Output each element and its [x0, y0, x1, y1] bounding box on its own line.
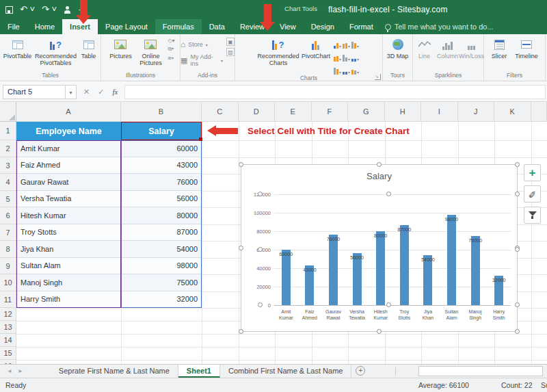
- row-header-9[interactable]: 9: [0, 258, 16, 275]
- table-cell-salary[interactable]: 56000: [121, 191, 202, 208]
- table-cell-name[interactable]: Manoj Singh: [16, 274, 121, 291]
- ribbon-button-online-pictures[interactable]: Online Pictures: [135, 36, 165, 68]
- plot-area-handle[interactable]: [515, 247, 520, 252]
- chart-type-icon[interactable]: ▾: [343, 38, 350, 49]
- sheet-tab-sheet1[interactable]: Sheet1: [178, 365, 220, 378]
- row-header-13[interactable]: 13: [0, 321, 16, 334]
- column-header-D[interactable]: D: [239, 102, 276, 122]
- ribbon-button-pictures[interactable]: Pictures: [106, 36, 135, 61]
- table-cell-name[interactable]: Hitesh Kumar: [16, 207, 121, 224]
- row-header-10[interactable]: 10: [0, 274, 16, 291]
- scrollbar-thumb[interactable]: [418, 366, 543, 376]
- plot-area-handle[interactable]: [386, 302, 391, 307]
- ribbon-button-timeline[interactable]: Timeline: [511, 36, 542, 61]
- chart-selection-handle[interactable]: [515, 329, 520, 334]
- name-box-dropdown-icon[interactable]: ▼: [66, 85, 77, 99]
- chart-type-icon[interactable]: ▾: [334, 51, 341, 62]
- chart-bar[interactable]: [447, 215, 456, 305]
- plot-area-handle[interactable]: [258, 302, 263, 307]
- chart-type-icon[interactable]: ▾: [334, 64, 341, 75]
- row-header-2[interactable]: 2: [0, 140, 16, 157]
- screenshot-icon[interactable]: ⧈▾: [168, 55, 174, 62]
- plot-area-handle[interactable]: [515, 192, 520, 196]
- column-header-F[interactable]: F: [312, 102, 349, 122]
- chart-type-icon[interactable]: ▾: [351, 64, 359, 75]
- chart-bar[interactable]: [471, 236, 480, 305]
- ribbon-button-column[interactable]: Column: [436, 36, 460, 61]
- chart-type-icon[interactable]: ▾: [343, 51, 350, 62]
- chart-type-icon[interactable]: ▾: [334, 38, 341, 49]
- column-header-K[interactable]: K: [494, 102, 531, 122]
- table-cell-name[interactable]: Harry Smith: [16, 291, 121, 309]
- row-header-8[interactable]: 8: [0, 241, 16, 258]
- chart-type-icon[interactable]: ▾: [343, 64, 350, 75]
- table-cell-salary[interactable]: 76000: [121, 174, 202, 191]
- column-header-C[interactable]: C: [202, 102, 239, 122]
- chart-type-icon[interactable]: ▾: [351, 38, 359, 49]
- table-cell-salary[interactable]: 80000: [121, 207, 202, 224]
- chart-selection-handle[interactable]: [239, 162, 243, 167]
- save-icon[interactable]: [5, 6, 13, 14]
- user-icon[interactable]: [64, 6, 71, 14]
- plot-area-handle[interactable]: [258, 192, 263, 196]
- sheet-tab-combind-first-name-last-name[interactable]: Combind First Name & Last Name: [220, 365, 352, 378]
- shapes-icon[interactable]: ◇▾: [168, 38, 174, 44]
- addin-extra-icon[interactable]: ▣: [226, 38, 235, 46]
- tab-design[interactable]: Design: [304, 19, 342, 34]
- ribbon-button-3d-map[interactable]: 3D Map: [386, 36, 410, 61]
- ribbon-button-pivotchart[interactable]: PivotChart: [300, 36, 332, 61]
- table-cell-name[interactable]: Troy Stotts: [16, 224, 121, 241]
- chart-bar[interactable]: [376, 231, 385, 305]
- cancel-icon[interactable]: ✕: [83, 88, 90, 96]
- row-header-15[interactable]: 15: [0, 347, 16, 360]
- ribbon-button-slicer[interactable]: Slicer: [488, 36, 511, 61]
- chart-bar[interactable]: [329, 235, 338, 305]
- ribbon-button-win-loss[interactable]: Win/Loss: [461, 36, 483, 61]
- tab-formulas[interactable]: Formulas: [155, 19, 202, 34]
- chart-filters-button[interactable]: [524, 207, 541, 224]
- tab-view[interactable]: View: [272, 19, 304, 34]
- tab-page-layout[interactable]: Page Layout: [98, 19, 155, 34]
- chart-selection-handle[interactable]: [239, 246, 243, 250]
- column-header-E[interactable]: E: [275, 102, 312, 122]
- ribbon-button-my-add-ins[interactable]: ▦My Add-ins▾: [181, 53, 223, 67]
- chart-selection-handle[interactable]: [515, 162, 520, 167]
- tab-format[interactable]: Format: [342, 19, 381, 34]
- chart-selection-handle[interactable]: [377, 162, 382, 167]
- column-header-J[interactable]: J: [458, 102, 495, 122]
- row-header-7[interactable]: 7: [0, 224, 16, 241]
- table-cell-name[interactable]: Faiz Ahmed: [16, 157, 121, 174]
- tab-home[interactable]: Home: [27, 19, 62, 34]
- select-all-corner[interactable]: [0, 102, 16, 122]
- table-cell-salary[interactable]: 43000: [121, 157, 202, 174]
- chart-bar[interactable]: [353, 253, 362, 305]
- table-cell-name[interactable]: Amit Kumar: [16, 140, 121, 157]
- salary-chart[interactable]: Salary0200004000060000800001000001200006…: [241, 164, 518, 332]
- new-sheet-button[interactable]: +: [356, 366, 365, 376]
- table-cell-name[interactable]: Versha Tewatia: [16, 191, 121, 208]
- row-header-11[interactable]: 11: [0, 291, 16, 309]
- table-cell-name[interactable]: Gaurav Rawat: [16, 174, 121, 191]
- undo-icon[interactable]: ↶ ˅: [20, 3, 35, 16]
- table-header-salary[interactable]: Salary: [121, 122, 202, 140]
- table-cell-name[interactable]: Sultan Alam: [16, 258, 121, 275]
- chart-selection-handle[interactable]: [239, 329, 243, 334]
- formula-input[interactable]: [124, 85, 546, 99]
- ribbon-button-recommended-charts[interactable]: ?Recommended Charts: [257, 36, 299, 68]
- tab-data[interactable]: Data: [202, 19, 232, 34]
- column-header-H[interactable]: H: [385, 102, 422, 122]
- column-header-G[interactable]: G: [348, 102, 385, 122]
- row-header-4[interactable]: 4: [0, 174, 16, 191]
- table-cell-salary[interactable]: 87000: [121, 224, 202, 241]
- smartart-icon[interactable]: ⧉▾: [168, 46, 174, 53]
- ribbon-button-store[interactable]: ⌂Store▾: [181, 38, 223, 51]
- chart-bar[interactable]: [400, 225, 409, 305]
- column-header-B[interactable]: B: [121, 102, 202, 122]
- chart-styles-button[interactable]: ✎: [524, 185, 541, 202]
- plot-area-handle[interactable]: [258, 247, 263, 252]
- ribbon-button-line[interactable]: Line: [414, 36, 435, 61]
- row-header-3[interactable]: 3: [0, 157, 16, 174]
- row-header-5[interactable]: 5: [0, 191, 16, 208]
- sheet-tab-seprate-first-name-last-name[interactable]: Seprate First Name & Last Name: [51, 365, 178, 378]
- row-header-6[interactable]: 6: [0, 207, 16, 224]
